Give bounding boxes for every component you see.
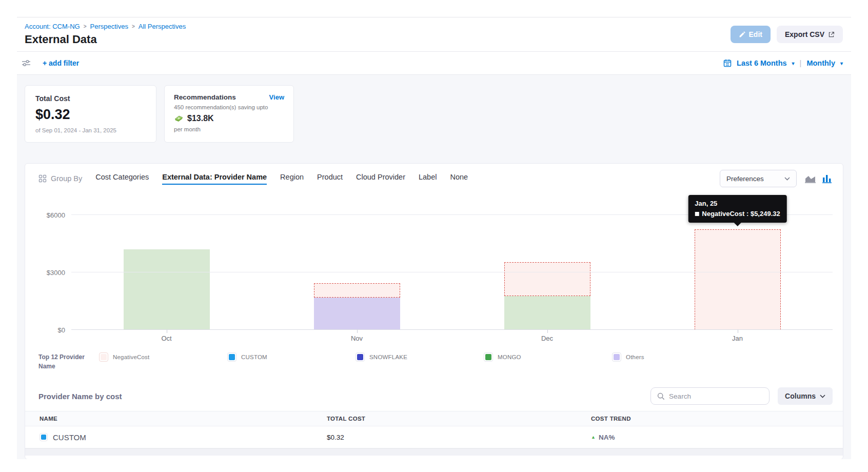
bar-jan[interactable] — [695, 229, 781, 330]
chevron-down-icon — [784, 177, 790, 181]
granularity-dropdown[interactable]: Monthly — [806, 59, 835, 67]
filter-settings-icon[interactable] — [21, 58, 31, 68]
row-name: CUSTOM — [53, 433, 86, 442]
columns-button[interactable]: Columns — [778, 387, 833, 405]
row-swatch — [40, 433, 48, 441]
summary-cards: Total Cost $0.32 of Sep 01, 2024 - Jan 3… — [25, 85, 843, 143]
row-name-cell: CUSTOM — [40, 433, 327, 442]
breadcrumb-chevron-icon: > — [132, 24, 135, 29]
tooltip-title: Jan, 25 — [695, 200, 780, 207]
legend-label: SNOWFLAKE — [369, 354, 407, 360]
tab-label[interactable]: Label — [419, 173, 437, 185]
chart-legend: Top 12 Provider Name NegativeCostCUSTOMS… — [25, 345, 843, 379]
trend-value: NA% — [599, 434, 615, 441]
column-header-cost-trend[interactable]: COST TREND — [591, 416, 843, 422]
total-cost-label: Total Cost — [35, 94, 146, 103]
recommendations-line2: per month — [174, 126, 284, 132]
legend-swatch-snowflake — [356, 352, 365, 362]
legend-swatch-mongo — [484, 352, 493, 362]
chart-slots: Jan, 25NegativeCost : $5,249.32 — [71, 215, 833, 330]
table-header-row: NAME TOTAL COST COST TREND — [25, 411, 843, 426]
recommendations-view-link[interactable]: View — [269, 93, 284, 101]
tab-cost-categories[interactable]: Cost Categories — [95, 173, 149, 185]
filter-bar: + add filter Last 6 Months ▾ | Monthly ▾ — [17, 52, 851, 75]
table-search[interactable] — [650, 387, 770, 405]
bar-segment-oct-mongo[interactable] — [124, 249, 210, 330]
breadcrumb: Account: CCM-NG > Perspectives > All Per… — [25, 23, 186, 30]
bar-segment-dec-mongo[interactable] — [504, 296, 590, 330]
chart-slot-dec — [452, 215, 642, 330]
bar-chart-icon[interactable] — [822, 174, 832, 183]
gridline-3000 — [71, 272, 833, 272]
legend-item-mongo[interactable]: MONGO — [484, 352, 612, 362]
y-axis-tick: $6000 — [38, 211, 65, 219]
tab-external-data-provider-name[interactable]: External Data: Provider Name — [162, 173, 267, 185]
money-icon — [174, 115, 184, 123]
tab-region[interactable]: Region — [280, 173, 304, 185]
legend-item-negativecost[interactable]: NegativeCost — [99, 352, 227, 362]
y-axis-tick: $3000 — [38, 269, 65, 277]
table-body: CUSTOM$0.32▲NA% — [25, 426, 843, 448]
recommendations-line1: 450 recommendation(s) saving upto — [174, 104, 284, 110]
tab-none[interactable]: None — [450, 173, 468, 185]
recommendations-card: Recommendations View 450 recommendation(… — [164, 85, 294, 143]
export-csv-label: Export CSV — [785, 30, 824, 38]
page-title: External Data — [25, 33, 186, 46]
breadcrumb-perspectives[interactable]: Perspectives — [90, 23, 128, 30]
x-axis-tick — [547, 330, 548, 333]
legend-title: Top 12 Provider Name — [38, 352, 99, 371]
chevron-down-icon — [820, 395, 825, 398]
column-header-total-cost[interactable]: TOTAL COST — [327, 416, 591, 422]
header-actions: Edit Export CSV — [731, 26, 843, 43]
table-title: Provider Name by cost — [38, 392, 122, 401]
breadcrumb-account[interactable]: Account: CCM-NG — [25, 23, 80, 30]
chevron-down-icon[interactable]: ▾ — [840, 61, 843, 66]
chart-plot: Jan, 25NegativeCost : $5,249.32 $0$3000$… — [71, 215, 833, 330]
bar-segment-nov-snowflake[interactable] — [314, 298, 400, 330]
bar-nov[interactable] — [314, 283, 400, 330]
legend-item-custom[interactable]: CUSTOM — [227, 352, 356, 362]
bar-segment-nov-negativecost[interactable] — [314, 283, 400, 298]
time-range-dropdown[interactable]: Last 6 Months — [737, 59, 786, 67]
chevron-down-icon[interactable]: ▾ — [792, 61, 795, 66]
breadcrumb-chevron-icon: > — [84, 24, 87, 29]
legend-label: CUSTOM — [241, 354, 267, 360]
edit-button[interactable]: Edit — [731, 26, 771, 43]
cost-chart: Jan, 25NegativeCost : $5,249.32 $0$3000$… — [25, 192, 843, 345]
bar-segment-dec-negativecost[interactable] — [504, 262, 590, 296]
chart-x-axis: OctNovDecJan — [71, 330, 833, 345]
table-row-custom[interactable]: CUSTOM$0.32▲NA% — [25, 426, 843, 448]
export-csv-button[interactable]: Export CSV — [777, 26, 843, 43]
row-total-cost: $0.32 — [327, 434, 591, 441]
bar-segment-jan-negativecost[interactable] — [695, 229, 781, 330]
tooltip-value-text: NegativeCost : $5,249.32 — [702, 210, 780, 218]
legend-swatch-custom — [227, 352, 236, 362]
grid-icon — [38, 174, 47, 183]
breadcrumb-all-perspectives[interactable]: All Perspectives — [139, 23, 186, 30]
x-axis-cell-nov: Nov — [262, 330, 452, 345]
search-input[interactable] — [669, 392, 756, 400]
tooltip-value-line: NegativeCost : $5,249.32 — [695, 210, 780, 218]
table-next-row-partial — [25, 448, 843, 456]
group-by-tabs: Cost CategoriesExternal Data: Provider N… — [95, 173, 468, 185]
legend-item-others[interactable]: Others — [612, 352, 740, 362]
y-axis-tick: $0 — [38, 326, 65, 334]
bar-oct[interactable] — [124, 249, 210, 330]
tab-cloud-provider[interactable]: Cloud Provider — [356, 173, 405, 185]
add-filter-button[interactable]: + add filter — [43, 59, 79, 67]
total-cost-card: Total Cost $0.32 of Sep 01, 2024 - Jan 3… — [25, 85, 156, 143]
chart-tooltip: Jan, 25NegativeCost : $5,249.32 — [688, 195, 786, 223]
chart-slot-jan: Jan, 25NegativeCost : $5,249.32 — [642, 215, 833, 330]
column-header-name[interactable]: NAME — [40, 416, 327, 422]
legend-item-snowflake[interactable]: SNOWFLAKE — [356, 352, 484, 362]
preferences-dropdown[interactable]: Preferences — [720, 170, 797, 187]
tab-product[interactable]: Product — [317, 173, 343, 185]
total-cost-value: $0.32 — [35, 107, 146, 123]
legend-swatch-others — [612, 352, 621, 362]
columns-label: Columns — [785, 392, 816, 400]
area-chart-icon[interactable] — [805, 174, 816, 183]
search-icon — [657, 392, 665, 400]
calendar-icon — [723, 59, 732, 67]
perspective-page: Account: CCM-NG > Perspectives > All Per… — [17, 17, 851, 459]
header-left: Account: CCM-NG > Perspectives > All Per… — [25, 23, 186, 46]
